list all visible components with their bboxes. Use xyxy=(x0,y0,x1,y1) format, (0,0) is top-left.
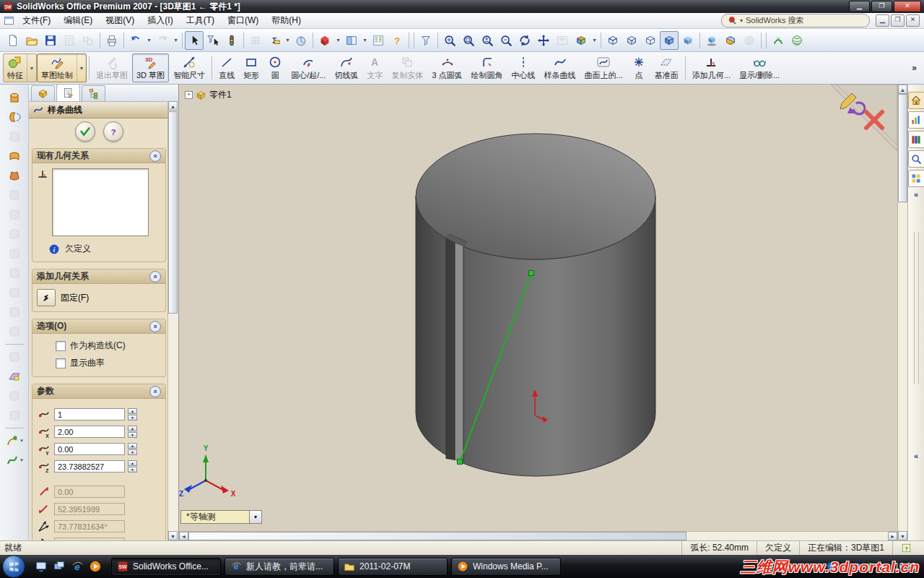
combo-dropdown-arrow[interactable]: ▾ xyxy=(250,510,262,524)
rotate-view-button[interactable] xyxy=(515,31,534,50)
property-manager-scrollbar[interactable]: ▲ ▼ xyxy=(167,101,178,540)
restore-button[interactable]: ❐ xyxy=(871,1,892,12)
y-coordinate-input[interactable] xyxy=(54,443,125,455)
internet-explorer-button[interactable]: e xyxy=(69,558,85,574)
x-coordinate-spinner[interactable]: ▲▼ xyxy=(128,426,137,438)
spline-button[interactable]: 样条曲线 xyxy=(540,53,580,82)
relations-listbox[interactable] xyxy=(52,168,149,236)
boundary-boss-button[interactable] xyxy=(5,166,24,185)
toolbar-overflow-button[interactable]: » xyxy=(907,63,921,73)
spinner-up-arrow[interactable]: ▲ xyxy=(128,443,137,449)
rectangle-button[interactable]: 矩形 xyxy=(239,53,263,82)
spinner-up-arrow[interactable]: ▲ xyxy=(128,460,137,466)
revolved-boss-button[interactable] xyxy=(5,108,24,126)
zoom-inout-button[interactable] xyxy=(478,31,497,50)
dropdown-arrow[interactable]: ▾ xyxy=(27,54,36,82)
horizontal-scrollbar[interactable]: ◄ ► xyxy=(179,531,897,540)
mdi-close-button[interactable]: ✕ xyxy=(906,14,920,27)
ok-button[interactable] xyxy=(75,121,95,142)
collapse-chevron-icon[interactable]: « xyxy=(149,386,161,397)
task-pane-tab-resources[interactable] xyxy=(908,111,924,129)
spinner-down-arrow[interactable]: ▼ xyxy=(128,467,137,473)
add-relation-button[interactable]: 添加几何... xyxy=(688,53,735,82)
spline-tools-button[interactable]: ▾ xyxy=(5,451,24,470)
menu-item-0[interactable]: 文件(F) xyxy=(16,13,57,28)
help-button[interactable]: ? xyxy=(388,31,406,50)
task-pane-tab-file-explorer[interactable] xyxy=(908,170,924,187)
view-orientation-button[interactable] xyxy=(572,31,590,50)
document-icon[interactable] xyxy=(4,15,14,26)
task-pane-collapse-button[interactable]: « xyxy=(910,189,923,201)
spinner-up-arrow[interactable]: ▲ xyxy=(128,426,137,431)
pan-button[interactable] xyxy=(534,31,553,50)
undo-button[interactable] xyxy=(126,31,145,50)
zoom-selected-button[interactable] xyxy=(497,31,515,50)
taskbar-task-0[interactable]: SWSolidWorks Office... xyxy=(111,558,221,576)
task-pane-collapse-button-2[interactable]: « xyxy=(910,451,923,462)
curves-button[interactable]: ▾ xyxy=(5,431,24,450)
flyout-feature-tree[interactable]: + 零件1 xyxy=(185,89,232,101)
vertical-scrollbar[interactable]: ▲ ▼ xyxy=(897,85,907,540)
solidworks-button[interactable] xyxy=(315,31,334,50)
shadows-button[interactable] xyxy=(702,31,721,50)
taskbar-task-3[interactable]: Windows Media P... xyxy=(451,558,561,576)
point-number-input[interactable] xyxy=(54,408,125,420)
fixed-relation-button[interactable] xyxy=(37,289,56,306)
solidworks-search-box[interactable]: ▾ SolidWorks 搜索 xyxy=(721,14,870,27)
y-coordinate-spinner[interactable]: ▲▼ xyxy=(128,443,137,455)
menu-item-5[interactable]: 窗口(W) xyxy=(221,13,265,28)
scroll-down-arrow[interactable]: ▼ xyxy=(168,531,178,540)
tab-propertymanager[interactable] xyxy=(56,84,80,101)
sketch-button[interactable]: 草图绘制▾ xyxy=(37,53,87,82)
spinner-down-arrow[interactable]: ▼ xyxy=(128,415,137,420)
mdi-restore-button[interactable]: ❐ xyxy=(891,14,905,27)
scroll-thumb[interactable] xyxy=(188,532,687,540)
menu-item-6[interactable]: 帮助(H) xyxy=(265,13,308,28)
close-button[interactable]: ✕ xyxy=(894,1,921,12)
dropdown-arrow[interactable]: ▾ xyxy=(77,54,86,82)
task-pane-tab-design-library[interactable] xyxy=(908,131,924,148)
collapse-chevron-icon[interactable]: « xyxy=(149,150,161,162)
reference-geometry-button[interactable] xyxy=(5,367,24,386)
cylinder-model[interactable] xyxy=(416,134,655,476)
smart-dimension-button[interactable]: 智能尺寸 xyxy=(169,53,209,82)
sketch3d-button[interactable]: 3D3D 草图 xyxy=(132,53,169,82)
menu-item-2[interactable]: 视图(V) xyxy=(99,13,141,28)
dropdown-arrow[interactable]: ▾ xyxy=(590,32,598,49)
scroll-up-arrow[interactable]: ▲ xyxy=(898,85,907,94)
dropdown-arrow[interactable]: ▾ xyxy=(172,32,180,49)
lofted-boss-button[interactable] xyxy=(5,147,24,165)
scroll-down-arrow[interactable]: ▼ xyxy=(898,531,907,540)
select-filter-button[interactable] xyxy=(204,31,222,50)
centerpoint-arc-button[interactable]: 圆心/起/... xyxy=(287,53,330,82)
part-name[interactable]: 零件1 xyxy=(209,89,232,101)
scroll-up-arrow[interactable]: ▲ xyxy=(168,101,178,111)
task-pane-splitter[interactable] xyxy=(914,232,919,384)
tree-expand-icon[interactable]: + xyxy=(185,91,193,99)
point-number-spinner[interactable]: ▲▼ xyxy=(128,408,137,420)
scroll-thumb[interactable] xyxy=(898,94,907,202)
spline-endpoint-bottom[interactable] xyxy=(458,460,463,465)
scroll-left-arrow[interactable]: ◄ xyxy=(179,532,188,540)
dropdown-arrow[interactable]: ▾ xyxy=(361,32,369,49)
tab-featuremanager[interactable] xyxy=(31,85,55,101)
plane-button[interactable]: 基准面 xyxy=(650,53,683,82)
rebuild-button[interactable] xyxy=(222,31,241,50)
print-button[interactable] xyxy=(103,31,121,50)
options-button[interactable] xyxy=(369,31,388,50)
centerline-button[interactable]: 中心线 xyxy=(507,53,540,82)
task-pane-tab-home[interactable] xyxy=(908,92,924,109)
new-button[interactable] xyxy=(4,31,22,50)
dropdown-arrow[interactable]: ▾ xyxy=(20,457,23,463)
collapse-chevron-icon[interactable]: « xyxy=(149,321,161,332)
dropdown-arrow[interactable]: ▾ xyxy=(334,32,342,49)
menu-item-3[interactable]: 插入(I) xyxy=(141,13,179,28)
line-button[interactable]: 直线 xyxy=(214,53,239,82)
zoom-area-button[interactable] xyxy=(459,31,478,50)
show-desktop-button[interactable] xyxy=(33,558,49,574)
taskbar-task-2[interactable]: 2011-02-07M xyxy=(338,558,448,576)
taskbar-task-1[interactable]: e新人请教，前辈请... xyxy=(225,558,334,576)
selection-filter-button[interactable] xyxy=(417,31,435,50)
scroll-right-arrow[interactable]: ► xyxy=(888,532,897,540)
dropdown-arrow[interactable]: ▾ xyxy=(145,32,153,49)
